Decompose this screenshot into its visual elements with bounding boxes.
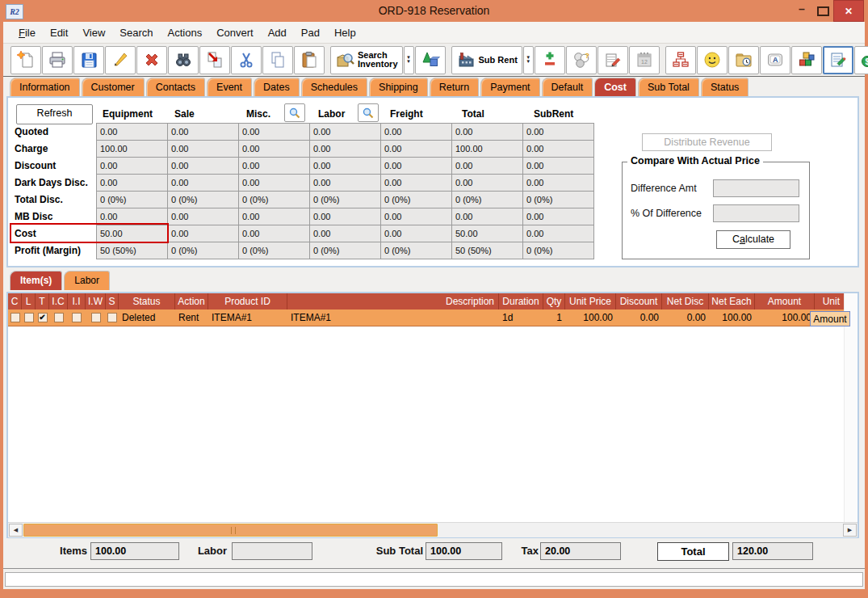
grid-cell[interactable]: 0.00 xyxy=(167,208,239,225)
tab-cost[interactable]: Cost xyxy=(594,78,636,96)
cell-product-id[interactable]: ITEMA#1 xyxy=(208,310,287,326)
grid-cell[interactable]: 0 (0%) xyxy=(167,242,239,259)
col-description[interactable]: Description xyxy=(287,293,499,310)
checkbox-ic[interactable] xyxy=(54,313,64,322)
menu-pad[interactable]: Pad xyxy=(294,27,327,39)
grid-cell[interactable]: 0.00 xyxy=(96,208,168,225)
menu-view[interactable]: View xyxy=(75,27,112,39)
checkbox-t[interactable]: ✔ xyxy=(38,313,48,322)
org-chart-button[interactable] xyxy=(665,46,696,74)
grid-cell[interactable]: 50.00 xyxy=(451,225,523,242)
col-t[interactable]: T xyxy=(36,293,49,310)
grid-cell[interactable]: 50 (50%) xyxy=(96,242,168,259)
sub-rent-dropdown[interactable] xyxy=(523,46,534,74)
grid-cell[interactable]: 0 (0%) xyxy=(309,242,381,259)
horizontal-scrollbar[interactable]: ◀ ▶ xyxy=(8,522,858,537)
grid-cell[interactable]: 0.00 xyxy=(238,208,310,225)
col-c[interactable]: C xyxy=(8,293,22,310)
grid-cell[interactable]: 0 (0%) xyxy=(309,191,381,208)
grid-cell[interactable]: 0.00 xyxy=(309,157,381,175)
menu-search[interactable]: Search xyxy=(112,27,160,39)
grid-cell[interactable]: 0.00 xyxy=(380,225,452,242)
grid-cell[interactable]: 0.00 xyxy=(167,157,239,175)
search-inventory-dropdown[interactable] xyxy=(404,46,414,74)
menu-actions[interactable]: Actions xyxy=(161,27,210,39)
vertical-scrollbar[interactable] xyxy=(844,293,858,522)
minimize-button[interactable]: – xyxy=(791,2,812,20)
col-net-disc[interactable]: Net Disc xyxy=(662,293,709,310)
grid-cell[interactable]: 0.00 xyxy=(238,123,310,141)
save-button[interactable] xyxy=(73,46,104,74)
grid-cell[interactable]: 0.00 xyxy=(238,140,310,158)
grid-cell[interactable]: 0 (0%) xyxy=(451,191,523,208)
print-button[interactable] xyxy=(42,46,73,74)
grid-cell[interactable]: 0.00 xyxy=(96,123,168,141)
cell-amount[interactable]: 100.00 xyxy=(755,310,815,326)
grid-cell[interactable]: 0.00 xyxy=(522,123,594,141)
col-ii[interactable]: I.I xyxy=(68,293,86,310)
tab-contacts[interactable]: Contacts xyxy=(146,78,205,96)
col-action[interactable]: Action xyxy=(175,293,208,310)
find-button[interactable] xyxy=(168,46,199,74)
col-iw[interactable]: I.W xyxy=(86,293,106,310)
grid-cell[interactable]: 0 (0%) xyxy=(380,242,452,259)
grid-cell[interactable]: 0.00 xyxy=(238,174,310,192)
misc-search-button[interactable] xyxy=(284,103,305,122)
tab-items[interactable]: Item(s) xyxy=(10,271,62,290)
sub-rent-button[interactable]: Sub Rent xyxy=(451,46,522,74)
delete-button[interactable] xyxy=(136,46,167,74)
grid-cell[interactable]: 0.00 xyxy=(380,140,452,158)
menu-edit[interactable]: Edit xyxy=(43,27,75,39)
grid-cell[interactable]: 0.00 xyxy=(451,208,523,225)
grid-cell[interactable]: 0 (0%) xyxy=(522,242,594,259)
grid-cell[interactable]: 0.00 xyxy=(309,123,381,141)
checkbox-cell[interactable] xyxy=(22,310,36,326)
refresh-button[interactable]: Refresh xyxy=(16,104,93,124)
grid-cell[interactable]: 50 (50%) xyxy=(451,242,523,259)
customer-button[interactable] xyxy=(697,46,728,74)
tab-labor[interactable]: Labor xyxy=(64,271,110,290)
calculate-button[interactable]: Calculate xyxy=(716,230,790,249)
payment-forward-button[interactable]: $ xyxy=(854,46,868,74)
item-row[interactable]: ✔ Deleted Rent ITEMA#1 ITEMA#1 1d 1 100.… xyxy=(8,310,858,326)
checkbox-cell[interactable] xyxy=(68,310,86,326)
cell-discount[interactable]: 0.00 xyxy=(616,310,662,326)
tab-event[interactable]: Event xyxy=(207,78,252,96)
grid-cell[interactable]: 0.00 xyxy=(167,140,239,158)
col-status[interactable]: Status xyxy=(119,293,175,310)
tab-sub-total[interactable]: Sub Total xyxy=(638,78,699,96)
col-product-id[interactable]: Product ID xyxy=(208,293,287,310)
new-order-button[interactable] xyxy=(10,46,41,74)
tab-customer[interactable]: Customer xyxy=(82,78,145,96)
menu-convert[interactable]: Convert xyxy=(209,27,261,39)
grid-cell[interactable]: 0.00 xyxy=(522,157,594,175)
col-amount[interactable]: Amount xyxy=(755,293,815,310)
cell-unit-price[interactable]: 100.00 xyxy=(565,310,616,326)
col-qty[interactable]: Qty xyxy=(543,293,565,310)
labor-search-button[interactable] xyxy=(358,103,379,122)
grid-cell[interactable]: 0.00 xyxy=(451,174,523,192)
shortcut-key-button[interactable]: A xyxy=(760,46,790,74)
checkbox-c[interactable] xyxy=(10,313,20,322)
titlebar[interactable]: R2 ORD-918 Reservation – ✕ xyxy=(0,0,868,22)
cell-duration[interactable]: 1d xyxy=(499,310,543,326)
cell-status[interactable]: Deleted xyxy=(119,310,175,326)
tab-payment[interactable]: Payment xyxy=(480,78,539,96)
grid-cell[interactable]: 0.00 xyxy=(309,208,381,225)
paste-button[interactable] xyxy=(294,46,325,74)
checkbox-ii[interactable] xyxy=(72,313,82,322)
grid-cell[interactable]: 0.00 xyxy=(522,174,594,192)
menu-help[interactable]: Help xyxy=(327,27,363,39)
cell-qty[interactable]: 1 xyxy=(543,310,565,326)
checkbox-cell[interactable] xyxy=(49,310,68,326)
grid-cell[interactable]: 0.00 xyxy=(309,225,381,242)
add-remove-button[interactable] xyxy=(535,46,565,74)
grid-cell[interactable]: 0 (0%) xyxy=(167,191,239,208)
notes-button[interactable] xyxy=(598,46,628,74)
history-button[interactable] xyxy=(728,46,759,74)
cell-action[interactable]: Rent xyxy=(175,310,208,326)
col-ic[interactable]: I.C xyxy=(49,293,68,310)
col-s[interactable]: S xyxy=(106,293,119,310)
search-inventory-button[interactable]: SearchInventory xyxy=(330,46,403,74)
grid-cell[interactable]: 0.00 xyxy=(309,174,381,192)
